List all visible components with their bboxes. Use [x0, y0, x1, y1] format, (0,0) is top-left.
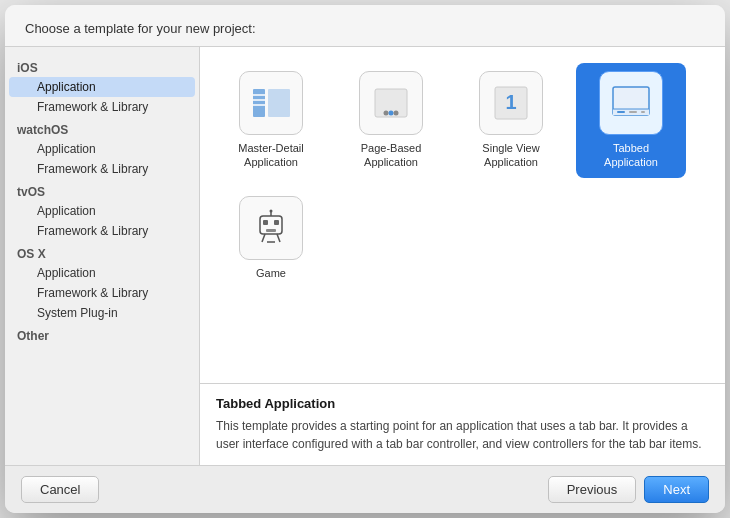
- sidebar-item-osx-plugin[interactable]: System Plug-in: [9, 303, 195, 323]
- sidebar-item-tvos-framework[interactable]: Framework & Library: [9, 221, 195, 241]
- svg-rect-24: [266, 229, 276, 232]
- dialog-title: Choose a template for your new project:: [25, 21, 256, 36]
- svg-line-21: [262, 234, 265, 242]
- description-title: Tabbed Application: [216, 396, 709, 411]
- master-detail-label: Master-DetailApplication: [238, 141, 303, 170]
- nav-buttons: Previous Next: [548, 476, 709, 503]
- previous-button[interactable]: Previous: [548, 476, 637, 503]
- sidebar-item-tvos-application[interactable]: Application: [9, 201, 195, 221]
- svg-point-26: [270, 209, 273, 212]
- dialog-body: iOS Application Framework & Library watc…: [5, 47, 725, 465]
- tabbed-icon: [599, 71, 663, 135]
- cancel-button[interactable]: Cancel: [21, 476, 99, 503]
- dialog: Choose a template for your new project: …: [5, 5, 725, 513]
- sidebar: iOS Application Framework & Library watc…: [5, 47, 200, 465]
- game-icon: [239, 196, 303, 260]
- sidebar-section-watchos: watchOS: [5, 117, 199, 139]
- svg-rect-19: [263, 220, 268, 225]
- sidebar-section-ios: iOS: [5, 55, 199, 77]
- sidebar-item-ios-framework[interactable]: Framework & Library: [9, 97, 195, 117]
- description-area: Tabbed Application This template provide…: [200, 383, 725, 465]
- svg-text:1: 1: [505, 91, 516, 113]
- svg-point-8: [394, 111, 399, 116]
- template-area: Master-DetailApplication Page-BasedAppli…: [200, 47, 725, 465]
- sidebar-section-other: Other: [5, 323, 199, 345]
- svg-rect-1: [268, 89, 290, 117]
- single-view-icon: 1: [479, 71, 543, 135]
- sidebar-item-watchos-application[interactable]: Application: [9, 139, 195, 159]
- svg-point-6: [384, 111, 389, 116]
- single-view-label: Single ViewApplication: [482, 141, 539, 170]
- tabbed-label: TabbedApplication: [604, 141, 658, 170]
- next-button[interactable]: Next: [644, 476, 709, 503]
- svg-rect-17: [641, 111, 645, 113]
- sidebar-section-osx: OS X: [5, 241, 199, 263]
- dialog-footer: Cancel Previous Next: [5, 465, 725, 513]
- sidebar-item-ios-application[interactable]: Application: [9, 77, 195, 97]
- svg-rect-0: [253, 89, 265, 117]
- template-grid: Master-DetailApplication Page-BasedAppli…: [200, 47, 725, 383]
- svg-rect-16: [629, 111, 637, 113]
- svg-rect-20: [274, 220, 279, 225]
- template-game[interactable]: Game: [216, 188, 326, 288]
- sidebar-item-watchos-framework[interactable]: Framework & Library: [9, 159, 195, 179]
- template-single-view[interactable]: 1 Single ViewApplication: [456, 63, 566, 178]
- template-page-based[interactable]: Page-BasedApplication: [336, 63, 446, 178]
- master-detail-icon: [239, 71, 303, 135]
- page-based-label: Page-BasedApplication: [361, 141, 422, 170]
- dialog-header: Choose a template for your new project:: [5, 5, 725, 47]
- game-label: Game: [256, 266, 286, 280]
- template-master-detail[interactable]: Master-DetailApplication: [216, 63, 326, 178]
- sidebar-section-tvos: tvOS: [5, 179, 199, 201]
- description-text: This template provides a starting point …: [216, 417, 709, 453]
- svg-point-7: [389, 111, 394, 116]
- sidebar-item-osx-framework[interactable]: Framework & Library: [9, 283, 195, 303]
- sidebar-item-osx-application[interactable]: Application: [9, 263, 195, 283]
- svg-rect-15: [617, 111, 625, 113]
- svg-line-22: [277, 234, 280, 242]
- template-tabbed[interactable]: TabbedApplication: [576, 63, 686, 178]
- page-based-icon: [359, 71, 423, 135]
